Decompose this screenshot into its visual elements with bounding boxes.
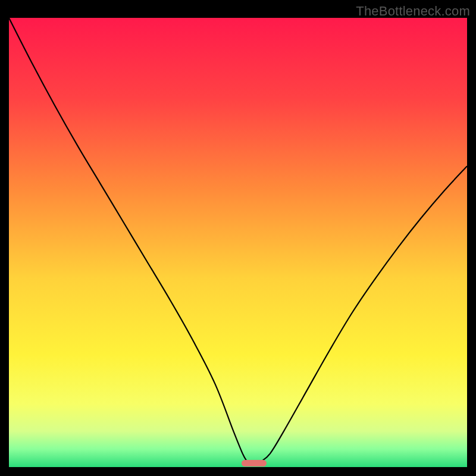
plot-area [9,18,467,467]
watermark-text: TheBottleneck.com [356,4,470,19]
optimal-range-marker [242,460,267,466]
bottleneck-curve [9,18,467,467]
chart-frame: TheBottleneck.com [0,0,476,476]
curve-right-branch [261,166,468,462]
curve-left-branch [9,18,247,462]
